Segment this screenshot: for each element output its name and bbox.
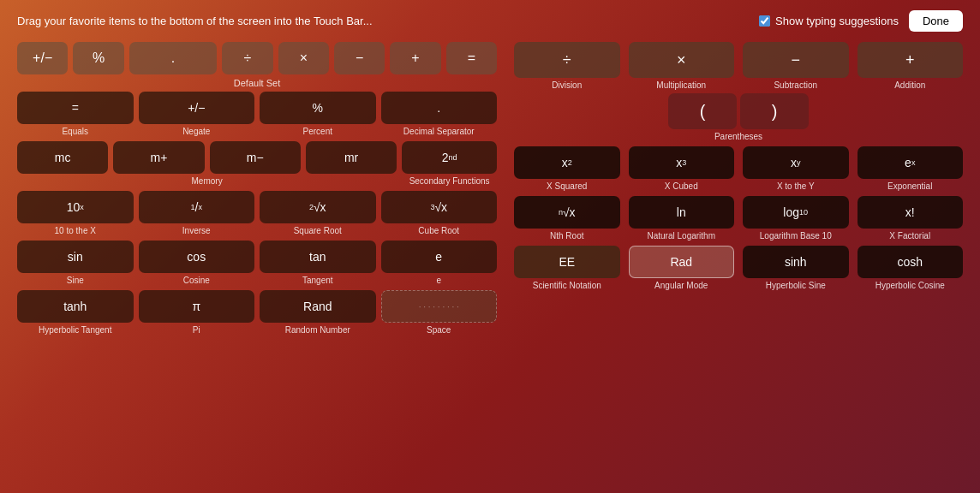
btn-sinh[interactable]: sinh — [743, 246, 849, 278]
btn-rparen[interactable]: ) — [740, 93, 809, 129]
btn-cos[interactable]: cos — [139, 241, 255, 273]
label-xcube: X Cubed — [665, 181, 698, 191]
btn-sqrt[interactable]: 2√x — [260, 191, 376, 223]
btn-mc[interactable]: mc — [17, 141, 108, 174]
item-ee: EE Scientific Notation — [514, 246, 620, 290]
btn-cbrt[interactable]: 3√x — [381, 191, 498, 223]
btn-inverse[interactable]: 1/x — [139, 191, 255, 223]
btn-ee[interactable]: EE — [514, 246, 620, 278]
item-xcube: x3 X Cubed — [629, 146, 735, 191]
btn-equals[interactable]: = — [17, 92, 134, 124]
label-10x: 10 to the X — [55, 226, 96, 235]
label-sinh: Hyperbolic Sine — [766, 281, 826, 290]
btn-mr[interactable]: mr — [306, 141, 397, 174]
done-button[interactable]: Done — [909, 10, 963, 32]
item-sin: sin Sine — [17, 241, 134, 285]
default-set-row: +/− % . ÷ × − + = — [17, 42, 497, 74]
label-rad: Angular Mode — [654, 281, 708, 290]
row-exponents: x2 X Squared x3 X Cubed xy X to the Y ex… — [514, 146, 963, 191]
btn-xsq[interactable]: x2 — [514, 146, 620, 179]
btn-cosh[interactable]: cosh — [858, 246, 964, 278]
instruction-text: Drag your favorite items to the bottom o… — [17, 15, 373, 27]
item-e: e e — [381, 241, 498, 285]
btn-xcube[interactable]: x3 — [629, 146, 735, 179]
btn-factorial[interactable]: x! — [858, 196, 964, 229]
default-set-label: Default Set — [17, 78, 497, 88]
btn-equals-default[interactable]: = — [446, 42, 497, 74]
label-parentheses: Parentheses — [714, 132, 762, 141]
item-negate: +/− Negate — [139, 92, 255, 136]
label-exp: Exponential — [887, 181, 932, 191]
label-e: e — [436, 276, 441, 285]
label-subtraction: Subtraction — [774, 80, 817, 90]
label-negate: Negate — [182, 127, 210, 136]
item-addition: + Addition — [858, 42, 964, 90]
item-equals: = Equals — [17, 92, 134, 136]
label-ln: Natural Logarithm — [648, 231, 715, 241]
btn-negate[interactable]: +/− — [17, 42, 68, 74]
btn-decimal[interactable]: . — [129, 42, 218, 74]
btn-decimal2[interactable]: . — [381, 92, 498, 124]
operators-row: ÷ Division × Multiplication − Subtractio… — [514, 42, 963, 90]
btn-tanh[interactable]: tanh — [17, 290, 134, 323]
btn-pi[interactable]: π — [139, 290, 255, 323]
right-panel: ÷ Division × Multiplication − Subtractio… — [514, 42, 963, 340]
left-panel: +/− % . ÷ × − + = Default Set = Equals +… — [17, 42, 497, 340]
btn-exp[interactable]: ex — [858, 146, 964, 179]
row-powers: 10x 10 to the X 1/x Inverse 2√x Square R… — [17, 191, 497, 235]
item-inverse: 1/x Inverse — [139, 191, 255, 235]
header-controls: Show typing suggestions Done — [759, 10, 963, 32]
item-tan: tan Tangent — [260, 241, 376, 285]
label-xsq: X Squared — [547, 181, 587, 191]
show-typing-label[interactable]: Show typing suggestions — [759, 15, 899, 27]
btn-addition[interactable]: + — [858, 42, 964, 78]
main-content: +/− % . ÷ × − + = Default Set = Equals +… — [0, 42, 980, 340]
show-typing-checkbox[interactable] — [759, 15, 770, 27]
btn-percent2[interactable]: % — [260, 92, 376, 124]
btn-10x[interactable]: 10x — [17, 191, 134, 223]
btn-rand[interactable]: Rand — [260, 290, 376, 323]
row-memory: mc m+ m− mr Memory 2nd Secondary Functio… — [17, 141, 497, 186]
btn-mminus[interactable]: m− — [210, 141, 301, 174]
btn-e[interactable]: e — [381, 241, 498, 273]
row-basic: = Equals +/− Negate % Percent . Decimal … — [17, 92, 497, 136]
label-rand: Random Number — [285, 325, 350, 335]
btn-log10[interactable]: log10 — [743, 196, 849, 229]
item-multiplication: × Multiplication — [629, 42, 735, 90]
item-sqrt: 2√x Square Root — [260, 191, 376, 235]
btn-space[interactable]: · · · · · · · · · — [381, 290, 498, 323]
btn-add-default[interactable]: + — [390, 42, 440, 74]
label-multiplication: Multiplication — [656, 80, 706, 90]
btn-lparen[interactable]: ( — [668, 93, 737, 129]
label-cbrt: Cube Root — [418, 226, 459, 235]
item-secondary: 2nd Secondary Functions — [402, 141, 497, 186]
btn-subtraction[interactable]: − — [743, 42, 849, 78]
item-rand: Rand Random Number — [260, 290, 376, 335]
row-hyp: EE Scientific Notation Rad Angular Mode … — [514, 246, 963, 290]
item-rad: Rad Angular Mode — [629, 246, 735, 290]
btn-subtract-default[interactable]: − — [334, 42, 385, 74]
label-space: Space — [427, 325, 451, 335]
btn-tan[interactable]: tan — [260, 241, 376, 273]
btn-secondary[interactable]: 2nd — [402, 141, 497, 174]
btn-ln[interactable]: ln — [629, 196, 735, 229]
label-pi: Pi — [193, 325, 200, 335]
btn-division[interactable]: ÷ — [514, 42, 620, 78]
btn-percent[interactable]: % — [73, 42, 123, 74]
btn-xy[interactable]: xy — [743, 146, 849, 179]
btn-nthroot[interactable]: n√x — [514, 196, 620, 229]
btn-multiply-default[interactable]: × — [278, 42, 329, 74]
item-sinh: sinh Hyperbolic Sine — [743, 246, 849, 290]
item-exp: ex Exponential — [858, 146, 964, 191]
label-log10: Logarithm Base 10 — [760, 231, 832, 241]
btn-multiplication[interactable]: × — [629, 42, 735, 78]
item-memory: mc m+ m− mr Memory — [17, 141, 397, 186]
btn-sin[interactable]: sin — [17, 241, 134, 273]
item-factorial: x! X Factorial — [858, 196, 964, 241]
btn-mplus[interactable]: m+ — [113, 141, 204, 174]
btn-divide-default[interactable]: ÷ — [222, 42, 272, 74]
btn-negate2[interactable]: +/− — [139, 92, 255, 124]
btn-rad[interactable]: Rad — [629, 246, 735, 278]
label-decimal: Decimal Separator — [403, 127, 475, 136]
label-equals: Equals — [62, 127, 88, 136]
